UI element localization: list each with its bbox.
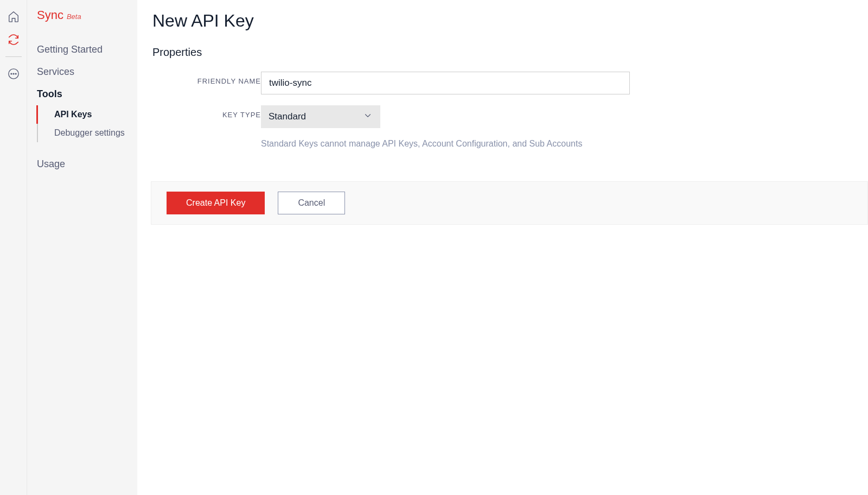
sidebar-gap bbox=[27, 142, 137, 153]
cancel-button[interactable]: Cancel bbox=[278, 192, 345, 214]
sidebar: Sync Beta Getting Started Services Tools… bbox=[27, 0, 137, 495]
create-api-key-button[interactable]: Create API Key bbox=[167, 192, 265, 214]
sidebar-subitem-api-keys[interactable]: API Keys bbox=[36, 105, 137, 124]
sidebar-header: Sync Beta bbox=[27, 8, 137, 39]
friendly-name-label: Friendly Name bbox=[152, 72, 261, 85]
main-content: New API Key Properties Friendly Name Key… bbox=[137, 0, 868, 495]
section-title: Properties bbox=[152, 46, 853, 59]
friendly-name-field-wrapper bbox=[261, 72, 630, 94]
sidebar-badge: Beta bbox=[67, 12, 81, 21]
sidebar-item-label: Tools bbox=[37, 88, 62, 99]
sidebar-item-getting-started[interactable]: Getting Started bbox=[27, 39, 137, 61]
nav-sync[interactable] bbox=[0, 28, 27, 51]
form-row-friendly-name: Friendly Name bbox=[152, 72, 853, 94]
key-type-value: Standard bbox=[269, 111, 306, 122]
action-bar: Create API Key Cancel bbox=[151, 181, 868, 225]
chevron-down-icon bbox=[363, 111, 373, 123]
more-icon bbox=[8, 68, 20, 80]
nav-more[interactable] bbox=[0, 62, 27, 85]
key-type-helper-text: Standard Keys cannot manage API Keys, Ac… bbox=[261, 139, 630, 149]
sidebar-subitem-label: API Keys bbox=[54, 110, 92, 119]
nav-home[interactable] bbox=[0, 5, 27, 28]
svg-point-3 bbox=[15, 73, 16, 74]
sidebar-item-label: Usage bbox=[37, 158, 65, 169]
icon-rail bbox=[0, 0, 27, 495]
home-icon bbox=[8, 11, 20, 23]
sidebar-subitem-label: Debugger settings bbox=[54, 128, 125, 137]
page-title: New API Key bbox=[152, 11, 853, 31]
svg-point-1 bbox=[10, 73, 11, 74]
sidebar-item-usage[interactable]: Usage bbox=[27, 153, 137, 175]
sidebar-item-services[interactable]: Services bbox=[27, 61, 137, 83]
key-type-label: Key Type bbox=[152, 105, 261, 119]
sync-icon bbox=[8, 34, 20, 46]
svg-point-2 bbox=[13, 73, 14, 74]
sidebar-subitem-debugger-settings[interactable]: Debugger settings bbox=[37, 124, 137, 142]
sidebar-item-label: Getting Started bbox=[37, 44, 103, 55]
key-type-select[interactable]: Standard bbox=[261, 105, 380, 128]
friendly-name-input[interactable] bbox=[261, 72, 630, 94]
sidebar-item-label: Services bbox=[37, 66, 74, 77]
key-type-field-wrapper: Standard Standard Keys cannot manage API… bbox=[261, 105, 630, 149]
rail-divider bbox=[5, 56, 22, 57]
form-row-key-type: Key Type Standard Standard Keys cannot m… bbox=[152, 105, 853, 149]
sidebar-item-tools[interactable]: Tools bbox=[27, 83, 137, 105]
sidebar-title: Sync bbox=[37, 8, 63, 22]
